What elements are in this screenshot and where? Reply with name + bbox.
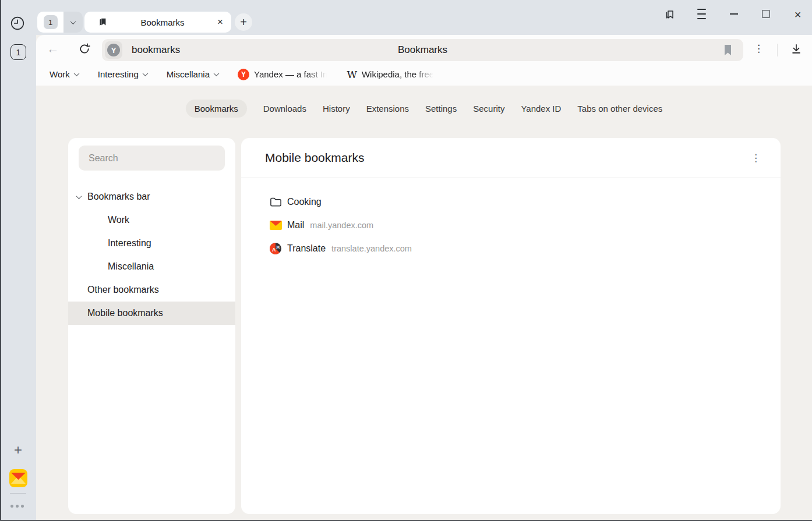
reload-icon	[78, 42, 91, 55]
bookmarks-bar: Work Interesting Miscellania Y Yandex — …	[36, 63, 812, 86]
back-arrow-icon: ←	[47, 42, 59, 56]
window-close-button[interactable]: ×	[792, 8, 804, 20]
yandex-favicon: Y	[238, 69, 249, 80]
yandex-mail-app-icon[interactable]	[9, 469, 27, 487]
rail-more-button[interactable]	[10, 505, 24, 508]
address-bar[interactable]: Y bookmarks Bookmarks	[102, 39, 743, 61]
new-tab-button[interactable]: +	[235, 13, 252, 31]
rail-divider	[10, 493, 26, 494]
list-item-cooking[interactable]: Cooking	[241, 190, 781, 214]
tree-item-other-bookmarks[interactable]: Other bookmarks	[68, 278, 235, 302]
close-icon: ×	[795, 8, 802, 22]
browser-window: 1 + 1 Bookmarks × +	[0, 0, 812, 521]
bookmark-url: translate.yandex.com	[331, 244, 412, 253]
chevron-down-icon	[73, 70, 79, 76]
bookmarks-content-panel: Mobile bookmarks ⋮ Cooking	[241, 138, 781, 514]
tab-title: Bookmarks	[108, 17, 217, 27]
content-title: Mobile bookmarks	[265, 151, 364, 165]
mail-favicon	[269, 221, 282, 230]
bookmark-flag-icon[interactable]	[723, 44, 732, 56]
tab-close-button[interactable]: ×	[217, 16, 223, 28]
chevron-down-icon	[142, 70, 148, 76]
bookmarks-bar-link-wikipedia[interactable]: W Wikipedia, the free	[347, 69, 434, 80]
bookmarks-bar-folder-work[interactable]: Work	[50, 69, 79, 79]
mail-app-icon	[9, 469, 27, 487]
back-button[interactable]: ←	[45, 41, 61, 56]
tree-item-bookmarks-bar[interactable]: Bookmarks bar	[68, 185, 235, 208]
bookmarks-bar-folder-interesting[interactable]: Interesting	[98, 69, 147, 79]
list-item-translate[interactable]: A Ж Translate translate.yandex.com	[241, 237, 781, 260]
tab-group-count: 1	[48, 18, 52, 27]
rail-tab-count-button[interactable]: 1	[10, 44, 26, 60]
svg-text:Ж: Ж	[276, 245, 280, 249]
tab-bookmarks[interactable]: Bookmarks	[186, 100, 247, 118]
tree-item-work[interactable]: Work	[68, 208, 235, 232]
bookmarks-stack-icon	[663, 8, 676, 21]
browser-menu-button[interactable]	[696, 8, 708, 20]
plus-icon: +	[14, 442, 22, 458]
tab-security[interactable]: Security	[473, 100, 504, 118]
chevron-down-icon	[76, 193, 82, 199]
plus-icon: +	[240, 16, 247, 29]
tree-item-mobile-bookmarks[interactable]: Mobile bookmarks	[68, 302, 235, 325]
history-clock-icon[interactable]	[9, 15, 26, 31]
tab-downloads[interactable]: Downloads	[263, 100, 306, 118]
tab-extensions[interactable]: Extensions	[366, 100, 409, 118]
bookmarks-panel-button[interactable]	[663, 8, 676, 20]
screen-edge-left	[0, 0, 1, 521]
reload-button[interactable]	[77, 41, 92, 56]
folders-panel: Bookmarks bar Work Interesting Miscellan…	[68, 138, 235, 514]
tree-item-interesting[interactable]: Interesting	[68, 232, 235, 255]
maximize-button[interactable]	[760, 8, 772, 20]
bookmarks-bar-folder-miscellania[interactable]: Miscellania	[167, 69, 218, 79]
bookmark-tab-icon	[97, 17, 108, 27]
downloads-button[interactable]	[789, 41, 804, 56]
translate-favicon: A Ж	[269, 243, 282, 254]
tab-other-devices[interactable]: Tabs on other devices	[577, 100, 662, 118]
tab-settings[interactable]: Settings	[425, 100, 457, 118]
browser-tab-bookmarks[interactable]: Bookmarks ×	[84, 12, 231, 33]
bookmark-url: mail.yandex.com	[310, 221, 373, 230]
rail-tab-count: 1	[16, 48, 21, 57]
tab-group-count-badge: 1	[44, 15, 58, 29]
chevron-down-icon	[214, 70, 220, 76]
minimize-button[interactable]	[728, 8, 740, 20]
svg-text:A: A	[272, 247, 276, 253]
page-title: Bookmarks	[102, 39, 743, 61]
tab-group-badge-area[interactable]: 1	[37, 12, 63, 33]
wikipedia-favicon: W	[347, 69, 356, 80]
tree-item-miscellania[interactable]: Miscellania	[68, 255, 235, 278]
toolbar-kebab-menu[interactable]: ⋮	[754, 44, 764, 54]
download-icon	[790, 42, 803, 55]
toolbar-divider	[777, 44, 778, 56]
manager-nav-tabs: Bookmarks Downloads History Extensions S…	[36, 100, 812, 118]
bookmark-list: Cooking Mail mail.yandex.com	[241, 178, 781, 260]
tab-yandex-id[interactable]: Yandex ID	[521, 100, 561, 118]
tab-group-control[interactable]: 1	[37, 12, 83, 33]
tab-history[interactable]: History	[323, 100, 350, 118]
search-input[interactable]	[79, 146, 225, 171]
folder-tree: Bookmarks bar Work Interesting Miscellan…	[68, 185, 235, 325]
bookmarks-bar-link-yandex[interactable]: Y Yandex — a fast In	[238, 69, 327, 80]
tab-group-dropdown-button[interactable]	[63, 12, 83, 33]
clock-icon	[9, 15, 26, 31]
content-kebab-menu[interactable]: ⋮	[751, 153, 761, 163]
chevron-down-icon	[70, 19, 76, 24]
list-item-mail[interactable]: Mail mail.yandex.com	[241, 214, 781, 237]
folder-icon	[269, 197, 282, 207]
window-controls: ×	[663, 5, 804, 23]
content-header: Mobile bookmarks ⋮	[241, 138, 781, 178]
rail-add-button[interactable]: +	[10, 442, 26, 458]
